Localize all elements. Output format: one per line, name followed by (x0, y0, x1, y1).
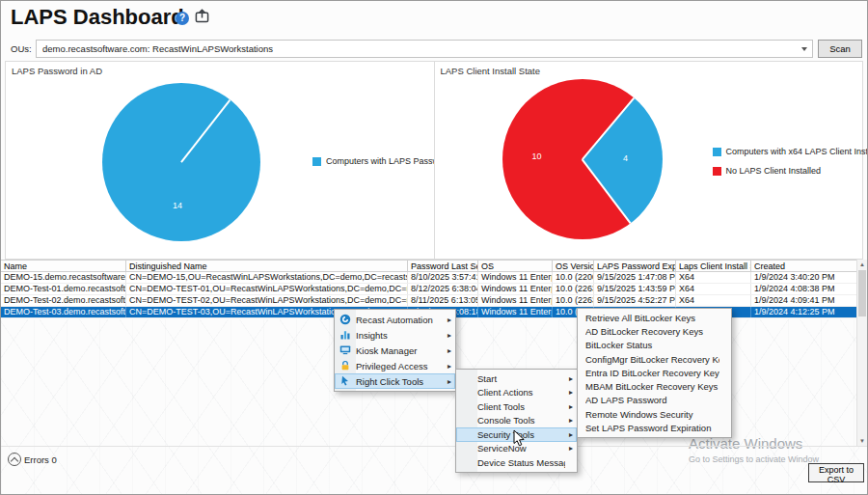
table-cell: CN=DEMO-15,OU=RecastWinLAPSWorkstations,… (126, 272, 408, 283)
table-row[interactable]: DEMO-Test-01.demo.recastsoftware.comCN=D… (1, 284, 857, 295)
menu-item-device-status-messages[interactable]: Device Status Messages (456, 455, 577, 470)
table-cell: Windows 11 Enterprise (478, 295, 553, 306)
menu-item-label: Right Click Tools (356, 376, 444, 387)
menu-item-label: Retrieve All BitLocker Keys (585, 313, 719, 323)
menu-item-label: Recast Automation (356, 315, 444, 325)
pie-slice-divider (582, 159, 631, 224)
menu-item-privileged-access[interactable]: Privileged Access▸ (335, 358, 455, 373)
menu-item-configmgr-bitlocker-recovery-keys[interactable]: ConfigMgr BitLocker Recovery Keys (578, 352, 731, 366)
menu-item-entra-id-bitlocker-recovery-keys[interactable]: Entra ID BitLocker Recovery Keys (578, 366, 731, 379)
menu-item-retrieve-all-bitlocker-keys[interactable]: Retrieve All BitLocker Keys (578, 311, 731, 324)
menu-item-set-laps-password-expiration[interactable]: Set LAPS Password Expiration (578, 421, 731, 434)
menu-item-label: Security Tools (477, 429, 565, 440)
client-install-legend: Computers with x64 LAPS Client Installed… (713, 147, 868, 176)
kiosk-manager-icon (335, 344, 356, 356)
popout-icon[interactable] (195, 9, 209, 27)
table-cell: 8/12/2025 6:38:04 PM (408, 284, 478, 294)
scrollbar-thumb[interactable] (858, 270, 866, 316)
submenu-arrow-icon: ▸ (565, 444, 573, 453)
menu-item-label: Set LAPS Password Expiration (585, 423, 719, 433)
table-cell: 8/10/2025 3:57:41 AM (408, 272, 478, 283)
export-to-csv-button[interactable]: Export to CSV (808, 463, 864, 482)
menu-item-insights[interactable]: Insights▸ (335, 327, 455, 343)
column-header-password-last-set[interactable]: Password Last Set (408, 260, 478, 272)
menu-item-ad-bitlocker-recovery-keys[interactable]: AD BitLocker Recovery Keys (578, 324, 731, 338)
client-install-chart-panel: LAPS Client Install State 410 Computers … (434, 62, 863, 259)
menu-item-label: MBAM BitLocker Recovery Keys (585, 381, 719, 392)
menu-item-label: Remote Windows Security (585, 409, 719, 420)
column-header-created[interactable]: Created (751, 260, 857, 272)
scroll-up-icon[interactable]: ▲ (857, 260, 867, 269)
table-cell: 1/9/2024 4:09:41 PM (751, 295, 857, 306)
help-icon[interactable]: ? (176, 12, 189, 25)
menu-item-servicenow[interactable]: ServiceNow▸ (456, 442, 577, 456)
column-header-os-version[interactable]: OS Version (553, 260, 594, 272)
collapse-errors-icon[interactable] (8, 453, 21, 466)
column-header-distinguished-name[interactable]: Distinguished Name (126, 260, 408, 272)
menu-item-label: Start (477, 373, 565, 384)
table-row[interactable]: DEMO-15.demo.recastsoftware.comCN=DEMO-1… (1, 272, 857, 284)
scroll-down-icon[interactable]: ▼ (857, 436, 867, 446)
menu-item-ad-laps-password[interactable]: AD LAPS Password (578, 394, 731, 407)
submenu-arrow-icon: ▸ (444, 316, 451, 324)
table-cell: DEMO-15.demo.recastsoftware.com (1, 272, 126, 283)
menu-item-start[interactable]: Start▸ (456, 371, 577, 386)
table-cell: X64 (676, 284, 751, 294)
menu-item-mbam-bitlocker-recovery-keys[interactable]: MBAM BitLocker Recovery Keys (578, 379, 731, 393)
laps-dashboard-window: LAPS Dashboard ? OUs: demo.recastsoftwar… (0, 0, 868, 495)
menu-item-label: Console Tools (477, 415, 565, 426)
legend-item: Computers with LAPS Password (312, 156, 451, 166)
column-header-laps-password-expiration[interactable]: LAPS Password Expiration (594, 260, 676, 272)
column-header-laps-client-install-state[interactable]: Laps Client Install State (676, 260, 751, 272)
menu-item-label: Entra ID BitLocker Recovery Keys (585, 368, 719, 378)
table-cell: Windows 11 Enterprise (478, 272, 553, 283)
right-click-tools-submenu: Start▸Client Actions▸Client Tools▸Consol… (455, 369, 578, 473)
table-cell: X64 (676, 295, 751, 306)
legend-swatch (713, 167, 721, 176)
table-cell: X64 (676, 272, 751, 283)
submenu-arrow-icon: ▸ (565, 430, 573, 439)
menu-item-bitlocker-status[interactable]: BitLocker Status (578, 339, 731, 352)
menu-item-label: ConfigMgr BitLocker Recovery Keys (585, 354, 719, 365)
submenu-arrow-icon: ▸ (444, 362, 451, 371)
menu-item-label: Client Actions (477, 387, 565, 398)
column-header-os[interactable]: OS (478, 260, 553, 272)
table-header: NameDistinguished NamePassword Last SetO… (1, 260, 857, 272)
menu-item-console-tools[interactable]: Console Tools▸ (456, 414, 577, 428)
menu-item-client-tools[interactable]: Client Tools▸ (456, 399, 577, 414)
menu-item-remote-windows-security[interactable]: Remote Windows Security (578, 407, 731, 421)
menu-item-kiosk-manager[interactable]: Kiosk Manager▸ (335, 343, 455, 358)
table-cell: DEMO-Test-03.demo.recastsoftware.com (1, 307, 126, 317)
submenu-arrow-icon: ▸ (565, 402, 573, 411)
menu-item-label: BitLocker Status (585, 340, 719, 350)
menu-item-recast-automation[interactable]: Recast Automation▸ (335, 312, 455, 327)
table-cell: 9/15/2025 4:52:27 PM (594, 295, 676, 306)
submenu-arrow-icon: ▸ (565, 416, 573, 425)
table-cell: CN=DEMO-TEST-02,OU=RecastWinLAPSWorkstat… (126, 295, 408, 306)
status-bar: Errors 0 Export to CSV (1, 446, 867, 494)
menu-item-label: Client Tools (477, 401, 565, 412)
legend-item: Computers with x64 LAPS Client Installed (713, 147, 868, 156)
column-header-name[interactable]: Name (1, 260, 126, 272)
pie-value-label: 10 (529, 151, 545, 161)
client-install-chart-title: LAPS Client Install State (441, 66, 541, 76)
menu-item-right-click-tools[interactable]: Right Click Tools▸ (335, 373, 455, 389)
chevron-down-icon (801, 47, 807, 51)
table-cell: 1/9/2024 4:12:25 PM (751, 307, 857, 317)
menu-item-label: Privileged Access (356, 361, 444, 371)
menu-item-label: AD BitLocker Recovery Keys (585, 326, 719, 337)
errors-count-label: Errors 0 (24, 454, 57, 465)
table-row[interactable]: DEMO-Test-02.demo.recastsoftware.comCN=D… (1, 295, 857, 307)
table-scrollbar[interactable]: ▲ ▼ (856, 260, 867, 446)
insights-icon (335, 329, 356, 341)
table-cell: 1/9/2024 4:08:38 PM (751, 284, 857, 294)
pie-value-label: 4 (617, 153, 633, 163)
submenu-arrow-icon: ▸ (565, 388, 573, 397)
table-cell: 1/9/2024 3:40:20 PM (751, 272, 857, 283)
menu-item-security-tools[interactable]: Security Tools▸ (456, 427, 577, 442)
ou-select[interactable]: demo.recastsoftware.com: RecastWinLAPSWo… (36, 40, 813, 58)
scan-button[interactable]: Scan (818, 40, 862, 58)
menu-item-client-actions[interactable]: Client Actions▸ (456, 386, 577, 400)
table-cell: Windows 11 Enterprise (478, 284, 553, 294)
ous-label: OUs: (11, 43, 32, 54)
